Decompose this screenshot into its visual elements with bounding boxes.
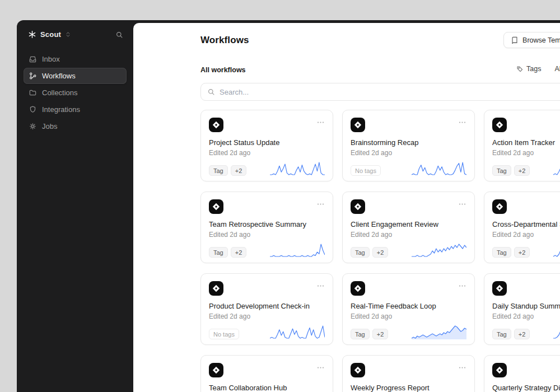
card-footer: Tag+2 <box>492 243 560 258</box>
card-menu-button[interactable] <box>458 118 466 127</box>
chip-group: Tag+2 <box>492 165 530 176</box>
secondary-filter-button[interactable]: All <box>554 65 560 73</box>
tag-icon <box>516 66 524 73</box>
chip-group: Tag+2 <box>209 165 246 176</box>
card-top <box>351 281 466 296</box>
chip-group: Tag+2 <box>351 329 388 339</box>
tag-chip: +2 <box>372 247 389 258</box>
chip-group: Tag+2 <box>492 247 530 258</box>
tag-chip: Tag <box>492 165 511 176</box>
workflow-glyph-icon <box>351 363 365 377</box>
workflow-card[interactable]: Action Item TrackerEdited 2d agoTag+2 <box>484 110 560 181</box>
sidebar: Scout InboxWorkflowsCollectionsIntegrati… <box>17 20 133 392</box>
tag-chip: Tag <box>351 247 370 258</box>
sidebar-item-workflows[interactable]: Workflows <box>24 68 127 84</box>
search-icon <box>207 88 215 96</box>
chip-group: No tags <box>209 329 239 339</box>
filter-group: Tags All <box>516 65 560 73</box>
card-menu-button[interactable] <box>316 118 325 127</box>
card-title: Brainstorming Recap <box>351 138 466 147</box>
tag-chip: +2 <box>231 247 247 258</box>
page-title: Workflows <box>200 35 249 46</box>
tags-filter-button[interactable]: Tags <box>516 65 541 73</box>
card-top <box>351 363 466 377</box>
workspace-header: Scout <box>24 26 127 43</box>
search-input[interactable] <box>220 88 560 96</box>
card-footer: Tag+2 <box>209 161 325 176</box>
browse-templates-button[interactable]: Browse Templates <box>503 32 560 48</box>
card-footer: Tag+2 <box>209 243 325 258</box>
card-menu-button[interactable] <box>316 200 325 208</box>
card-footer: Tag+2 <box>351 325 466 339</box>
card-title: Action Item Tracker <box>492 138 560 147</box>
tag-chip: Tag <box>351 329 370 339</box>
tag-chip: +2 <box>372 329 389 339</box>
workspace-switcher-icon[interactable] <box>65 31 71 38</box>
card-top <box>209 199 325 214</box>
card-title: Cross-Departmental Sync <box>492 220 560 228</box>
scout-logo-icon <box>28 30 36 39</box>
tag-chip: Tag <box>209 247 228 258</box>
chip-group: No tags <box>351 165 381 176</box>
card-edited-label: Edited 2d ago <box>351 149 466 157</box>
sidebar-item-jobs[interactable]: Jobs <box>24 118 127 134</box>
card-title: Team Collaboration Hub <box>209 384 325 392</box>
tag-chip: +2 <box>514 247 530 258</box>
card-title: Client Engagement Review <box>351 220 466 228</box>
sidebar-item-inbox[interactable]: Inbox <box>24 51 127 67</box>
workflow-glyph-icon <box>492 199 507 214</box>
card-top <box>492 363 560 377</box>
card-menu-button[interactable] <box>316 282 325 290</box>
sidebar-search-button[interactable] <box>115 31 123 39</box>
workflow-glyph-icon <box>209 199 223 214</box>
sidebar-item-label: Inbox <box>42 55 60 63</box>
workspace-name: Scout <box>40 30 61 39</box>
filter-row: All workflows Tags All <box>200 64 560 73</box>
card-menu-button[interactable] <box>458 363 466 372</box>
workflow-glyph-icon <box>351 281 365 296</box>
card-menu-button[interactable] <box>458 200 466 208</box>
sidebar-item-label: Workflows <box>42 72 76 80</box>
card-edited-label: Edited 2d ago <box>492 231 560 239</box>
workflow-glyph-icon <box>209 281 223 296</box>
card-title: Weekly Progress Report <box>351 384 466 392</box>
card-menu-button[interactable] <box>458 282 466 290</box>
inbox-icon <box>29 55 37 63</box>
sparkline-chart <box>412 243 466 258</box>
workflow-card[interactable]: Team Collaboration HubEdited 2d agoTag+2 <box>200 355 333 392</box>
card-footer: No tags <box>351 161 466 176</box>
workflow-card[interactable]: Weekly Progress ReportEdited 2d agoTag+2 <box>342 355 475 392</box>
sidebar-item-collections[interactable]: Collections <box>24 85 127 101</box>
workflow-card[interactable]: Brainstorming RecapEdited 2d agoNo tags <box>342 110 475 181</box>
browse-templates-label: Browse Templates <box>522 36 560 44</box>
workflow-card[interactable]: Real-Time Feedback LoopEdited 2d agoTag+… <box>342 273 475 345</box>
workflow-grid: Project Status UpdateEdited 2d agoTag+2B… <box>200 110 560 392</box>
workflow-card[interactable]: Project Status UpdateEdited 2d agoTag+2 <box>200 110 333 181</box>
secondary-filter-label: All <box>554 65 560 73</box>
tag-chip: +2 <box>231 165 247 176</box>
workflow-card[interactable]: Quarterly Strategy DiscussionEdited 2d a… <box>484 355 560 392</box>
card-footer: Tag+2 <box>492 325 560 339</box>
card-edited-label: Edited 2d ago <box>351 312 466 320</box>
card-top <box>209 363 325 377</box>
chip-group: Tag+2 <box>209 247 246 258</box>
sparkline-chart <box>553 325 560 339</box>
card-menu-button[interactable] <box>316 363 325 372</box>
sidebar-item-integrations[interactable]: Integrations <box>24 101 127 118</box>
card-edited-label: Edited 2d ago <box>492 312 560 320</box>
card-top <box>351 199 466 214</box>
workflow-card[interactable]: Daily Standup SummaryEdited 2d agoTag+2 <box>484 273 560 345</box>
workflow-card[interactable]: Team Retrospective SummaryEdited 2d agoT… <box>200 192 333 263</box>
sparkline-chart <box>412 325 466 339</box>
card-title: Team Retrospective Summary <box>209 220 325 228</box>
card-top <box>209 281 325 296</box>
workflow-card[interactable]: Client Engagement ReviewEdited 2d agoTag… <box>342 192 475 263</box>
workflow-glyph-icon <box>351 118 365 132</box>
card-edited-label: Edited 2d ago <box>209 312 325 320</box>
sparkline-chart <box>553 161 560 176</box>
card-title: Quarterly Strategy Discussion <box>492 384 560 392</box>
workflow-card[interactable]: Product Development Check-inEdited 2d ag… <box>200 273 333 345</box>
folder-icon <box>29 88 37 97</box>
workflow-card[interactable]: Cross-Departmental SyncEdited 2d agoTag+… <box>484 192 560 263</box>
card-top <box>492 199 560 214</box>
